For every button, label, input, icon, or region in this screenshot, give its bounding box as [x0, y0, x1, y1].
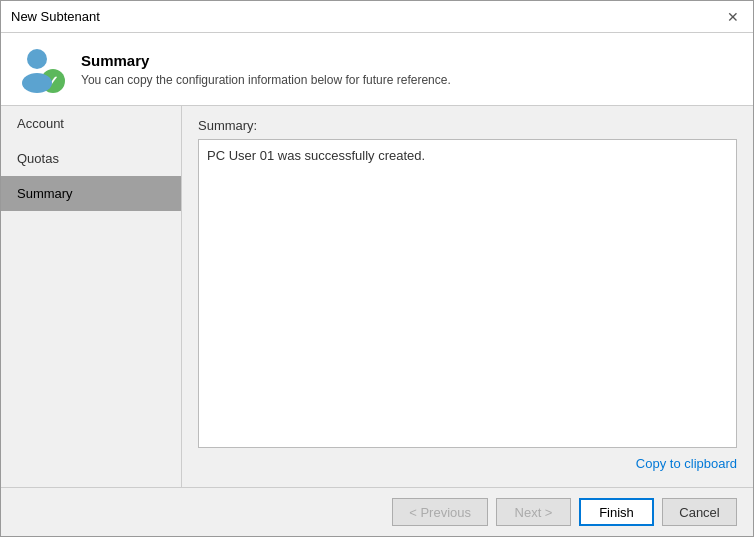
summary-box: PC User 01 was successfully created.	[198, 139, 737, 448]
summary-label: Summary:	[198, 118, 737, 133]
copy-link-row: Copy to clipboard	[198, 448, 737, 475]
cancel-button[interactable]: Cancel	[662, 498, 737, 526]
body: Account Quotas Summary Summary: PC User …	[1, 106, 753, 487]
user-icon: ✓	[17, 45, 65, 93]
summary-text: PC User 01 was successfully created.	[207, 148, 425, 163]
dialog-title: New Subtenant	[11, 9, 100, 24]
header-section: ✓ Summary You can copy the configuration…	[1, 33, 753, 106]
sidebar-item-account[interactable]: Account	[1, 106, 181, 141]
header-title: Summary	[81, 52, 451, 69]
title-bar: New Subtenant ✕	[1, 1, 753, 33]
header-icon: ✓	[17, 45, 65, 93]
next-button[interactable]: Next >	[496, 498, 571, 526]
sidebar: Account Quotas Summary	[1, 106, 182, 487]
sidebar-item-quotas[interactable]: Quotas	[1, 141, 181, 176]
svg-point-2	[27, 49, 47, 69]
copy-to-clipboard-link[interactable]: Copy to clipboard	[636, 456, 737, 471]
finish-button[interactable]: Finish	[579, 498, 654, 526]
footer: < Previous Next > Finish Cancel	[1, 487, 753, 536]
sidebar-item-summary[interactable]: Summary	[1, 176, 181, 211]
header-description: You can copy the configuration informati…	[81, 73, 451, 87]
previous-button[interactable]: < Previous	[392, 498, 488, 526]
header-text: Summary You can copy the configuration i…	[81, 52, 451, 87]
dialog: New Subtenant ✕ ✓ Summary You can copy t…	[0, 0, 754, 537]
main-content: Summary: PC User 01 was successfully cre…	[182, 106, 753, 487]
close-button[interactable]: ✕	[723, 7, 743, 27]
svg-point-3	[22, 73, 52, 93]
